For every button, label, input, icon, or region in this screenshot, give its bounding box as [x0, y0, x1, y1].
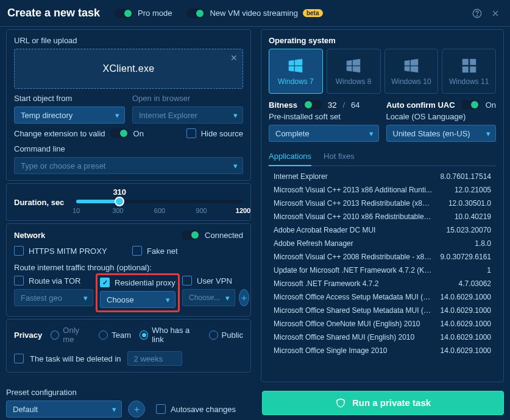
- residential-select[interactable]: Choose ▾: [100, 291, 175, 308]
- network-toggle[interactable]: [182, 230, 200, 240]
- privacy-public-radio[interactable]: [209, 331, 218, 340]
- uservpn-checkbox[interactable]: [182, 276, 192, 285]
- chevron-down-icon: ▾: [83, 293, 88, 303]
- pro-mode-toggle[interactable]: [115, 9, 133, 18]
- slider-tick: 1200: [236, 207, 250, 214]
- start-object-select[interactable]: Temp directory ▾: [14, 107, 125, 124]
- residential-value: Choose: [107, 295, 134, 304]
- privacy-onlyme-radio[interactable]: [51, 331, 59, 340]
- locale-select[interactable]: United States (en-US) ▾: [386, 125, 497, 142]
- residential-label: Residential proxy: [115, 278, 175, 287]
- softset-select[interactable]: Complete ▾: [269, 125, 379, 142]
- app-version: 14.0.6029.1000: [441, 293, 491, 301]
- app-version: 4.7.03062: [459, 279, 491, 288]
- add-preset-button[interactable]: ＋: [128, 401, 145, 418]
- app-list-row[interactable]: Microsoft Office OneNote MUI (English) 2…: [269, 317, 496, 331]
- softset-label: Pre-installed soft set: [269, 112, 379, 121]
- windows-icon: [286, 57, 305, 75]
- applications-list[interactable]: Internet Explorer8.0.7601.17514Microsoft…: [269, 170, 496, 356]
- cmdline-placeholder: Type or choose a preset: [21, 161, 105, 170]
- os-tile-label: Windows 10: [391, 77, 431, 86]
- tab-applications[interactable]: Applications: [269, 147, 311, 166]
- delete-after-value: 2 weeks: [134, 354, 163, 363]
- residential-highlight: Residential proxy Choose ▾: [96, 273, 180, 312]
- upload-clear-icon[interactable]: ✕: [230, 53, 238, 63]
- hide-source-checkbox[interactable]: [186, 128, 196, 138]
- app-name: Update for Microsoft .NET Framework 4.7.…: [274, 266, 432, 275]
- change-ext-state: On: [133, 129, 144, 138]
- bitness-64: 64: [351, 100, 359, 110]
- chevron-down-icon: ▾: [369, 129, 374, 138]
- app-list-row[interactable]: Microsoft Visual C++ 2013 Redistributabl…: [269, 197, 496, 210]
- duration-panel: Duration, sec 310 10 300 600 900 1200: [6, 183, 251, 221]
- svg-rect-4: [462, 66, 468, 72]
- app-name: Microsoft Office Single Image 2010: [274, 346, 388, 355]
- delete-task-checkbox[interactable]: [14, 354, 24, 363]
- app-list-row[interactable]: Internet Explorer8.0.7601.17514: [269, 170, 496, 183]
- app-list-row[interactable]: Update for Microsoft .NET Framework 4.7.…: [269, 264, 496, 277]
- tor-checkbox[interactable]: [14, 276, 24, 285]
- app-list-row[interactable]: Microsoft Office Shared Setup Metadata M…: [269, 304, 496, 317]
- app-list-row[interactable]: Microsoft Visual C++ 2010 x86 Redistribu…: [269, 210, 496, 223]
- duration-slider[interactable]: 310 10 300 600 900 1200: [76, 200, 243, 203]
- os-tile-win8[interactable]: Windows 8: [327, 49, 381, 94]
- change-ext-toggle[interactable]: [110, 128, 129, 138]
- app-list-row[interactable]: Adobe Acrobat Reader DC MUI15.023.20070: [269, 223, 496, 237]
- cmdline-input[interactable]: Type or choose a preset ▾: [14, 157, 243, 174]
- pro-mode-label: Pro mode: [138, 9, 172, 18]
- softset-value: Complete: [275, 129, 310, 138]
- os-tile-win11[interactable]: Windows 11: [442, 49, 496, 94]
- preset-label: Preset configuration: [6, 388, 256, 397]
- os-tile-win10[interactable]: Windows 10: [384, 49, 439, 94]
- add-vpn-button[interactable]: ＋: [239, 289, 249, 306]
- app-name: Microsoft Office Shared Setup Metadata M…: [274, 306, 432, 315]
- delete-after-select[interactable]: 2 weeks: [127, 351, 182, 366]
- open-browser-value: Internet Explorer: [139, 111, 197, 120]
- upload-filename: XClient.exe: [102, 63, 154, 74]
- app-list-row[interactable]: Microsoft Office Single Image 201014.0.6…: [269, 344, 496, 356]
- bitness-label: Bitness: [269, 100, 297, 110]
- preset-select[interactable]: Default ▾: [6, 401, 122, 418]
- app-list-row[interactable]: Adobe Refresh Manager1.8.0: [269, 237, 496, 250]
- close-icon[interactable]: [488, 6, 503, 21]
- app-list-row[interactable]: Microsoft Office Access Setup Metadata M…: [269, 290, 496, 304]
- os-tile-label: Windows 8: [336, 77, 372, 86]
- app-list-row[interactable]: Microsoft Office Shared MUI (English) 20…: [269, 331, 496, 344]
- windows-icon: [402, 57, 420, 75]
- uservpn-select[interactable]: Choose... ▾: [182, 289, 235, 306]
- network-state: Connected: [205, 231, 243, 240]
- app-name: Microsoft Visual C++ 2008 Redistributabl…: [274, 253, 432, 261]
- run-private-task-button[interactable]: Run a private task: [262, 391, 504, 415]
- privacy-team-radio[interactable]: [99, 331, 108, 340]
- app-name: Microsoft .NET Framework 4.7.2: [274, 279, 379, 288]
- svg-point-1: [476, 15, 477, 16]
- bitness-toggle[interactable]: [303, 100, 322, 110]
- autosave-checkbox[interactable]: [156, 404, 166, 414]
- duration-thumb[interactable]: [115, 197, 124, 206]
- privacy-link-radio[interactable]: [140, 331, 148, 340]
- app-list-row[interactable]: Microsoft .NET Framework 4.7.24.7.03062: [269, 277, 496, 290]
- upload-dropzone[interactable]: XClient.exe ✕: [14, 49, 243, 89]
- video-toggle[interactable]: [186, 9, 205, 18]
- https-mitm-checkbox[interactable]: [14, 246, 24, 256]
- uservpn-value: Choose...: [189, 293, 220, 302]
- help-icon[interactable]: [470, 6, 484, 21]
- video-label: New VM video streaming: [210, 9, 298, 18]
- upload-label: URL or file upload: [14, 36, 243, 45]
- residential-checkbox[interactable]: [100, 278, 110, 287]
- app-list-row[interactable]: Microsoft Visual C++ 2013 x86 Additional…: [269, 183, 496, 197]
- chevron-down-icon: ▾: [166, 295, 170, 304]
- change-ext-label: Change extension to valid: [14, 129, 105, 138]
- open-browser-select[interactable]: Internet Explorer ▾: [132, 107, 243, 124]
- app-version: 14.0.6029.1000: [441, 333, 491, 341]
- os-tile-win7[interactable]: Windows 7: [269, 49, 323, 94]
- app-name: Microsoft Visual C++ 2013 x86 Additional…: [274, 186, 432, 194]
- fakenet-checkbox[interactable]: [132, 246, 142, 256]
- cmdline-label: Command line: [14, 144, 243, 153]
- tor-geo-select[interactable]: Fastest geo ▾: [14, 289, 93, 306]
- uac-toggle[interactable]: [461, 100, 480, 110]
- tab-hotfixes[interactable]: Hot fixes: [324, 147, 355, 166]
- app-list-row[interactable]: Microsoft Visual C++ 2008 Redistributabl…: [269, 250, 496, 264]
- app-version: 8.0.7601.17514: [441, 172, 491, 181]
- app-version: 14.0.6029.1000: [441, 306, 491, 315]
